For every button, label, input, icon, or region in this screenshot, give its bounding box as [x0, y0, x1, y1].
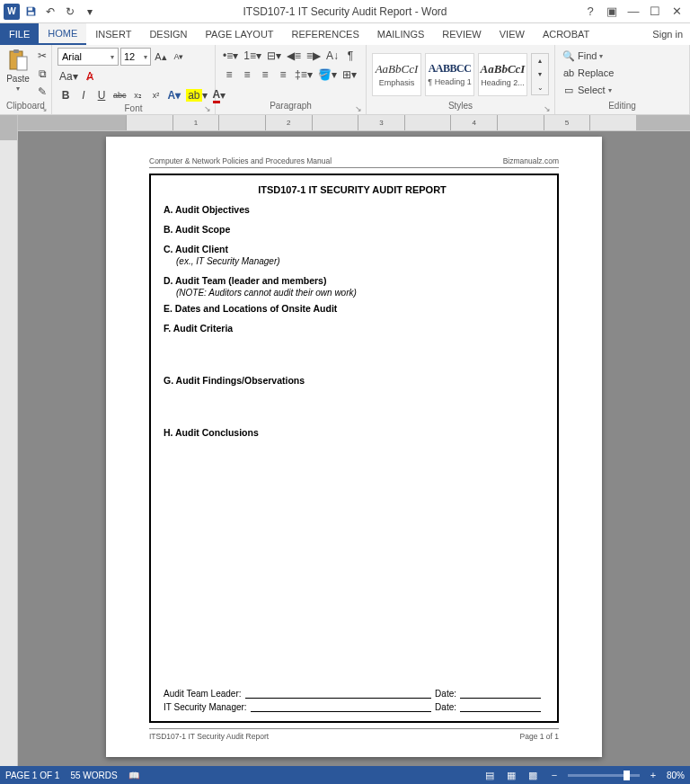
multilevel-list-icon[interactable]: ⊟▾ — [265, 48, 283, 64]
tab-file[interactable]: FILE — [0, 23, 39, 45]
tab-review[interactable]: REVIEW — [433, 23, 490, 45]
clear-formatting-icon[interactable]: A̷ — [82, 68, 98, 85]
group-paragraph: •≡▾ 1≡▾ ⊟▾ ◀≡ ≡▶ A↓ ¶ ≡ ≡ ≡ ≡ ‡≡▾ 🪣▾ ⊞▾ — [216, 45, 367, 114]
view-web-icon[interactable]: ▩ — [525, 768, 541, 782]
document-page[interactable]: Computer & Network Policies and Procedur… — [106, 137, 602, 757]
status-words[interactable]: 55 WORDS — [70, 771, 117, 780]
chevron-down-icon: ▾ — [111, 53, 114, 61]
redo-icon[interactable]: ↻ — [61, 3, 79, 21]
style-heading2[interactable]: AaBbCcI Heading 2... — [478, 53, 527, 96]
svg-rect-0 — [28, 7, 32, 10]
clipboard-launcher-icon[interactable]: ↘ — [40, 104, 48, 113]
increase-indent-icon[interactable]: ≡▶ — [305, 48, 323, 64]
styles-scroll-down-icon[interactable]: ▾ — [532, 67, 548, 81]
status-page[interactable]: PAGE 1 OF 1 — [5, 771, 59, 780]
sort-icon[interactable]: A↓ — [324, 48, 341, 64]
chevron-down-icon: ▾ — [144, 53, 147, 61]
font-launcher-icon[interactable]: ↘ — [204, 104, 211, 113]
zoom-out-icon[interactable]: − — [546, 768, 562, 782]
select-button[interactable]: ▭Select▾ — [561, 82, 615, 98]
align-center-icon[interactable]: ≡ — [239, 67, 255, 83]
styles-scroll-up-icon[interactable]: ▴ — [532, 54, 548, 67]
signature-line-1: Audit Team Leader: Date: — [164, 689, 541, 699]
quick-access-toolbar: W ↶ ↻ ▾ — [0, 3, 99, 21]
undo-icon[interactable]: ↶ — [41, 3, 59, 21]
zoom-thumb[interactable] — [624, 771, 630, 780]
cut-icon[interactable]: ✂ — [34, 48, 50, 64]
styles-launcher-icon[interactable]: ↘ — [544, 104, 551, 113]
tab-view[interactable]: VIEW — [491, 23, 534, 45]
replace-button[interactable]: abReplace — [561, 65, 615, 81]
justify-icon[interactable]: ≡ — [275, 67, 291, 83]
decrease-indent-icon[interactable]: ◀≡ — [285, 48, 303, 64]
close-icon[interactable]: ✕ — [667, 3, 686, 21]
status-proofing-icon[interactable]: 📖 — [128, 771, 139, 780]
save-icon[interactable] — [22, 3, 40, 21]
horizontal-ruler[interactable]: 12345 — [18, 115, 690, 131]
show-marks-icon[interactable]: ¶ — [342, 48, 358, 64]
tab-references[interactable]: REFERENCES — [283, 23, 368, 45]
tab-acrobat[interactable]: ACROBAT — [534, 23, 598, 45]
style-emphasis[interactable]: AaBbCcI Emphasis — [372, 53, 421, 96]
window-controls: ? ▣ — ☐ ✕ — [580, 3, 690, 21]
tab-insert[interactable]: INSERT — [86, 23, 140, 45]
maximize-icon[interactable]: ☐ — [645, 3, 665, 21]
ribbon-tabs: FILE HOME INSERT DESIGN PAGE LAYOUT REFE… — [0, 23, 690, 45]
section-h: H. Audit Conclusions — [164, 427, 541, 438]
section-a: A. Audit Objectives — [164, 204, 541, 215]
paragraph-launcher-icon[interactable]: ↘ — [355, 104, 362, 113]
line-spacing-icon[interactable]: ‡≡▾ — [293, 67, 314, 83]
font-size-combo[interactable]: 12▾ — [120, 48, 151, 66]
header-left: Computer & Network Policies and Procedur… — [149, 156, 332, 165]
view-print-icon[interactable]: ▦ — [503, 768, 519, 782]
text-effects-icon[interactable]: A▾ — [166, 87, 183, 103]
view-read-icon[interactable]: ▤ — [482, 768, 498, 782]
help-icon[interactable]: ? — [580, 3, 600, 21]
superscript-button[interactable]: x² — [148, 87, 164, 103]
document-scroll-area[interactable]: Computer & Network Policies and Procedur… — [18, 131, 690, 766]
tab-design[interactable]: DESIGN — [140, 23, 196, 45]
strikethrough-button[interactable]: abc — [111, 87, 128, 103]
find-icon: 🔍 — [562, 50, 575, 62]
paste-button[interactable]: Paste ▾ — [5, 48, 31, 93]
ribbon-display-icon[interactable]: ▣ — [602, 3, 622, 21]
svg-rect-3 — [13, 49, 19, 53]
change-case-icon[interactable]: Aa▾ — [58, 68, 80, 85]
qat-customize-icon[interactable]: ▾ — [81, 3, 99, 21]
shrink-font-icon[interactable]: A▾ — [171, 49, 187, 65]
tab-page-layout[interactable]: PAGE LAYOUT — [197, 23, 283, 45]
format-painter-icon[interactable]: ✎ — [34, 84, 50, 100]
shading-icon[interactable]: 🪣▾ — [316, 67, 339, 83]
vertical-ruler[interactable] — [0, 115, 18, 766]
paste-label: Paste — [6, 74, 30, 84]
align-left-icon[interactable]: ≡ — [221, 67, 237, 83]
copy-icon[interactable]: ⧉ — [34, 66, 50, 82]
style-heading1[interactable]: AABBCC ¶ Heading 1 — [425, 53, 474, 96]
group-clipboard-label: Clipboard — [6, 101, 45, 111]
zoom-level[interactable]: 80% — [667, 771, 685, 780]
tab-home[interactable]: HOME — [39, 23, 86, 45]
font-name-combo[interactable]: Arial▾ — [58, 48, 119, 66]
bullets-icon[interactable]: •≡▾ — [221, 48, 240, 64]
numbering-icon[interactable]: 1≡▾ — [242, 48, 263, 64]
word-app-icon[interactable]: W — [4, 4, 20, 20]
underline-button[interactable]: U — [93, 87, 110, 103]
grow-font-icon[interactable]: A▴ — [153, 49, 169, 65]
ribbon: Paste ▾ ✂ ⧉ ✎ Clipboard↘ Arial▾ 12▾ A▴ A… — [0, 45, 690, 115]
italic-button[interactable]: I — [75, 87, 92, 103]
zoom-slider[interactable] — [568, 774, 640, 777]
find-button[interactable]: 🔍Find▾ — [561, 48, 615, 64]
align-right-icon[interactable]: ≡ — [257, 67, 273, 83]
section-e: E. Dates and Locations of Onsite Audit — [164, 303, 541, 314]
sign-in-link[interactable]: Sign in — [645, 23, 690, 45]
minimize-icon[interactable]: — — [624, 3, 643, 21]
tab-mailings[interactable]: MAILINGS — [368, 23, 434, 45]
workspace: 12345 Computer & Network Policies and Pr… — [0, 115, 690, 766]
borders-icon[interactable]: ⊞▾ — [341, 67, 358, 83]
bold-button[interactable]: B — [58, 87, 74, 103]
styles-expand-icon[interactable]: ⌄ — [532, 81, 548, 94]
zoom-in-icon[interactable]: + — [645, 768, 661, 782]
subscript-button[interactable]: x₂ — [130, 87, 146, 103]
section-c: C. Audit Client — [164, 244, 541, 254]
highlight-icon[interactable]: ab▾ — [184, 87, 208, 103]
